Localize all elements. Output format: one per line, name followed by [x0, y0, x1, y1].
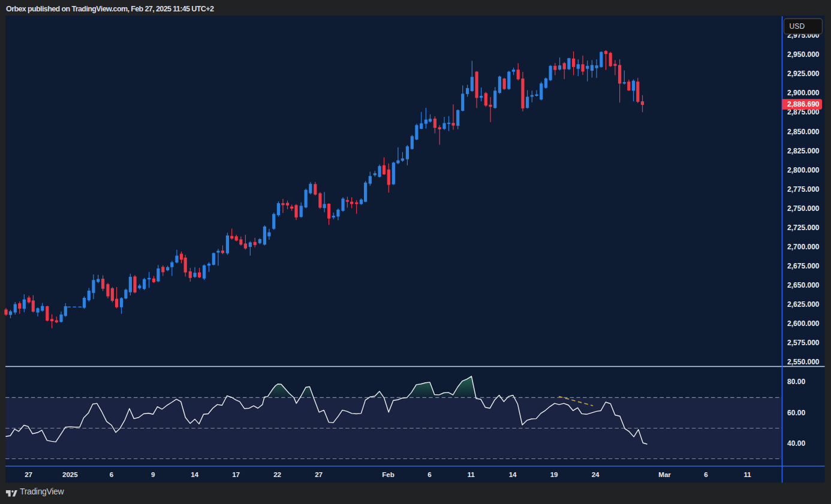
svg-text:2,750.000: 2,750.000	[787, 204, 820, 213]
svg-text:2,700.000: 2,700.000	[787, 243, 820, 251]
svg-text:Mar: Mar	[658, 470, 671, 478]
svg-text:27: 27	[315, 470, 323, 478]
svg-text:80.00: 80.00	[787, 378, 805, 386]
svg-text:6: 6	[704, 470, 708, 478]
svg-text:40.00: 40.00	[787, 439, 805, 448]
svg-text:22: 22	[273, 470, 281, 478]
svg-text:2,800.000: 2,800.000	[787, 166, 820, 174]
svg-text:9: 9	[151, 470, 155, 478]
svg-text:2,825.000: 2,825.000	[787, 147, 820, 155]
svg-text:24: 24	[592, 470, 600, 478]
svg-text:2,850.000: 2,850.000	[787, 128, 820, 136]
svg-text:11: 11	[467, 470, 475, 478]
svg-text:2,925.000: 2,925.000	[787, 70, 820, 78]
svg-text:14: 14	[509, 470, 517, 478]
svg-text:2,550.000: 2,550.000	[787, 358, 820, 366]
svg-text:6: 6	[110, 470, 114, 478]
svg-text:60.00: 60.00	[787, 409, 805, 417]
svg-text:6: 6	[427, 470, 432, 478]
svg-text:2,625.000: 2,625.000	[787, 300, 820, 309]
svg-text:14: 14	[191, 470, 198, 478]
svg-text:11: 11	[743, 470, 751, 478]
svg-text:2,886.690: 2,886.690	[787, 100, 820, 108]
svg-text:2,600.000: 2,600.000	[787, 319, 820, 328]
svg-text:17: 17	[232, 470, 240, 478]
svg-text:2,900.000: 2,900.000	[787, 89, 820, 97]
svg-text:2,675.000: 2,675.000	[787, 262, 820, 270]
svg-text:2,950.000: 2,950.000	[787, 50, 820, 59]
svg-text:Feb: Feb	[382, 470, 394, 478]
svg-text:2,725.000: 2,725.000	[787, 224, 820, 232]
svg-text:2,575.000: 2,575.000	[787, 339, 820, 347]
svg-text:2025: 2025	[62, 470, 78, 478]
svg-text:27: 27	[25, 470, 32, 478]
svg-text:2,775.000: 2,775.000	[787, 185, 820, 194]
svg-text:19: 19	[550, 470, 558, 478]
svg-text:USD: USD	[790, 22, 805, 31]
svg-text:2,650.000: 2,650.000	[787, 281, 820, 289]
